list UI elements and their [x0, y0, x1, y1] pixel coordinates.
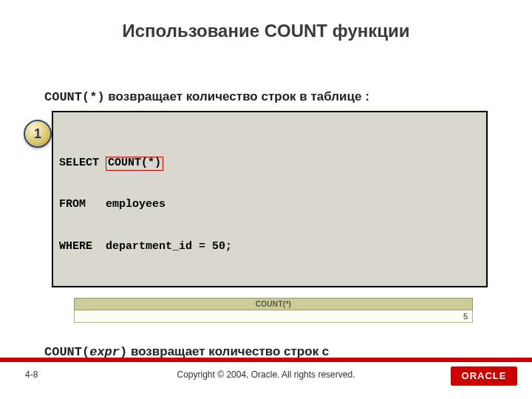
- section2-rest-l1: возвращает количество строк с: [127, 344, 329, 358]
- oracle-logo: ORACLE: [451, 366, 517, 386]
- section1-rest: возвращает количество строк в таблице :: [105, 89, 369, 103]
- result-table-1: COUNT(*) 5: [74, 298, 473, 323]
- footer-bar: 4-8 Copyright © 2004, Oracle. All rights…: [0, 362, 532, 399]
- content-area: COUNT(*) возвращает количество строк в т…: [44, 89, 488, 399]
- slide: Использование COUNT функции COUNT(*) воз…: [0, 0, 532, 399]
- result1-value: 5: [75, 310, 473, 322]
- code1-highlight: COUNT(*): [106, 157, 163, 171]
- footer: 4-8 Copyright © 2004, Oracle. All rights…: [0, 358, 532, 399]
- slide-title: Использование COUNT функции: [0, 0, 532, 41]
- result1-header: COUNT(*): [75, 298, 473, 310]
- section1-text: COUNT(*) возвращает количество строк в т…: [44, 89, 488, 106]
- code1-l1a: SELECT: [59, 157, 106, 169]
- code-block-1: 1 SELECT COUNT(*) FROM employees WHERE d…: [52, 111, 488, 287]
- badge-1: 1: [24, 120, 52, 148]
- code1-line3: WHERE department_id = 50;: [59, 240, 480, 254]
- code1-line2: FROM employees: [59, 198, 480, 212]
- code1-line1: SELECT COUNT(*): [59, 157, 480, 171]
- count-star-label: COUNT(*): [44, 90, 105, 104]
